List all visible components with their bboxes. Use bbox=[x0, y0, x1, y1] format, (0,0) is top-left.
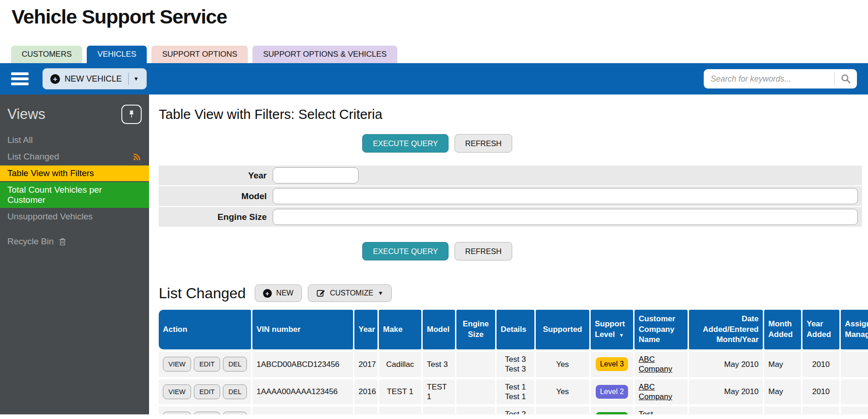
tab-vehicles[interactable]: VEHICLES bbox=[87, 46, 147, 63]
vin-cell: 1ABCD00ABCD123456 bbox=[252, 352, 353, 377]
new-vehicle-button[interactable]: + NEW VEHICLE ▼ bbox=[42, 68, 147, 89]
edit-button[interactable]: EDIT bbox=[194, 412, 220, 414]
table-header-row: Action VIN number Year Make Model Engine… bbox=[159, 310, 868, 349]
tab-customers[interactable]: CUSTOMERS bbox=[11, 46, 82, 63]
column-header-engine-size[interactable]: Engine Size bbox=[456, 310, 495, 349]
edit-button[interactable]: EDIT bbox=[194, 384, 220, 399]
execute-query-button-top[interactable]: EXECUTE QUERY bbox=[362, 134, 449, 153]
column-header-year[interactable]: Year bbox=[354, 310, 377, 349]
model-field[interactable] bbox=[273, 188, 858, 204]
sidebar-item-label: Total Count Vehicles per Customer bbox=[7, 185, 142, 205]
delete-button[interactable]: DEL bbox=[223, 384, 247, 399]
year-field-label: Year bbox=[159, 171, 273, 181]
make-cell: Toyota bbox=[379, 407, 421, 414]
month-added-cell: May bbox=[764, 352, 801, 377]
sort-descending-icon: ▼ bbox=[619, 332, 624, 338]
sidebar-item-label: Unsupported Vehicles bbox=[7, 212, 93, 222]
engine-size-cell bbox=[456, 379, 495, 405]
date-added-cell: May 2010 bbox=[689, 407, 763, 414]
model-cell: TEST 1 bbox=[423, 379, 455, 405]
support-level-cell: Level 3 bbox=[591, 352, 633, 377]
year-field[interactable] bbox=[273, 167, 359, 183]
customer-company-link[interactable]: ABC Company bbox=[639, 383, 672, 401]
column-header-make[interactable]: Make bbox=[379, 310, 421, 349]
sidebar-item-recycle-bin[interactable]: Recycle Bin bbox=[0, 234, 149, 249]
sidebar-item-label: List Changed bbox=[7, 152, 59, 162]
customer-company-link[interactable]: ABC Company bbox=[639, 355, 672, 373]
supported-cell: Yes bbox=[536, 407, 589, 414]
year-added-cell: 2010 bbox=[802, 352, 839, 377]
model-cell: Test 3 bbox=[423, 352, 455, 377]
view-button[interactable]: VIEW bbox=[163, 357, 191, 372]
vin-cell: 1WXYZ00WXYZ123456 bbox=[252, 407, 353, 414]
pin-sidebar-button[interactable] bbox=[121, 105, 142, 124]
assigned-manager-cell bbox=[841, 352, 868, 377]
column-header-action[interactable]: Action bbox=[159, 310, 251, 349]
column-header-assigned-manager[interactable]: Assigned Manager bbox=[841, 310, 868, 349]
edit-button[interactable]: EDIT bbox=[194, 357, 220, 372]
year-cell: 2017 bbox=[354, 352, 377, 377]
new-vehicle-label: NEW VEHICLE bbox=[65, 74, 122, 84]
column-header-month-added[interactable]: Month Added bbox=[764, 310, 801, 349]
button-divider bbox=[128, 73, 129, 85]
details-cell: Test 1 Test 1 bbox=[497, 379, 534, 405]
column-header-supported[interactable]: Supported bbox=[536, 310, 589, 349]
sidebar-title: Views bbox=[7, 106, 45, 123]
make-cell: TEST 1 bbox=[379, 379, 421, 405]
refresh-button-bottom[interactable]: REFRESH bbox=[455, 242, 512, 260]
sidebar-item-total-count-vehicles-per-customer[interactable]: Total Count Vehicles per Customer bbox=[0, 182, 149, 208]
sidebar-item-label: List All bbox=[7, 135, 33, 145]
delete-button[interactable]: DEL bbox=[223, 412, 247, 414]
search-input[interactable] bbox=[704, 74, 834, 84]
column-header-details[interactable]: Details bbox=[497, 310, 534, 349]
vehicles-table: Action VIN number Year Make Model Engine… bbox=[157, 307, 868, 414]
hamburger-menu-icon[interactable] bbox=[11, 72, 29, 85]
vin-cell: 1AAAA00AAAA123456 bbox=[252, 379, 353, 405]
customer-company-link[interactable]: Test Company bbox=[639, 410, 672, 414]
edit-pencil-icon bbox=[316, 289, 325, 298]
column-header-customer-company-name[interactable]: Customer Company Name bbox=[635, 310, 688, 349]
column-header-year-added[interactable]: Year Added bbox=[802, 310, 839, 349]
tab-support-options[interactable]: SUPPORT OPTIONS bbox=[151, 46, 248, 63]
table-row: VIEW EDIT DEL 1WXYZ00WXYZ123456 2015 Toy… bbox=[159, 407, 868, 414]
trash-icon bbox=[58, 237, 67, 246]
column-header-vin[interactable]: VIN number bbox=[252, 310, 353, 349]
sidebar-item-list-all[interactable]: List All bbox=[0, 132, 149, 148]
delete-button[interactable]: DEL bbox=[223, 357, 247, 372]
view-button[interactable]: VIEW bbox=[163, 412, 191, 414]
rss-feed-icon bbox=[132, 152, 142, 161]
model-field-label: Model bbox=[159, 191, 273, 201]
date-added-cell: May 2010 bbox=[689, 379, 763, 405]
sidebar-item-table-view-with-filters[interactable]: Table View with Filters bbox=[0, 165, 149, 181]
pushpin-icon bbox=[126, 109, 137, 119]
sidebar-item-label: Recycle Bin bbox=[7, 236, 54, 247]
support-level-badge: Level 2 bbox=[596, 385, 628, 399]
table-row: VIEW EDIT DEL 1ABCD00ABCD123456 2017 Cad… bbox=[159, 352, 868, 377]
year-added-cell: 2010 bbox=[802, 407, 839, 414]
customize-button[interactable]: CUSTOMIZE ▼ bbox=[308, 284, 392, 302]
execute-query-button-bottom[interactable]: EXECUTE QUERY bbox=[362, 242, 449, 260]
column-header-support-level[interactable]: Support Level ▼ bbox=[591, 310, 633, 349]
new-record-button[interactable]: + NEW bbox=[255, 284, 302, 302]
chevron-down-icon[interactable]: ▼ bbox=[133, 76, 139, 82]
assigned-manager-cell bbox=[841, 379, 868, 405]
column-header-model[interactable]: Model bbox=[423, 310, 455, 349]
plus-icon: + bbox=[263, 289, 272, 298]
sidebar-item-list-changed[interactable]: List Changed bbox=[0, 149, 149, 165]
engine-size-field-label: Engine Size bbox=[159, 212, 273, 222]
table-row: VIEW EDIT DEL 1AAAA00AAAA123456 2016 TES… bbox=[159, 379, 868, 405]
engine-size-cell bbox=[456, 352, 495, 377]
tab-support-options-and-vehicles[interactable]: SUPPORT OPTIONS & VEHICLES bbox=[252, 46, 397, 63]
sidebar-item-label: Table View with Filters bbox=[7, 168, 94, 178]
refresh-button-top[interactable]: REFRESH bbox=[455, 134, 512, 153]
column-header-date-added[interactable]: Date Added/Entered Month/Year bbox=[689, 310, 763, 349]
main-content: Table View with Filters: Select Criteria… bbox=[149, 94, 868, 414]
engine-size-field[interactable] bbox=[273, 209, 858, 225]
month-added-cell: May bbox=[764, 379, 801, 405]
search-button[interactable] bbox=[835, 69, 857, 89]
tab-bar: CUSTOMERS VEHICLES SUPPORT OPTIONS SUPPO… bbox=[11, 46, 868, 63]
view-button[interactable]: VIEW bbox=[163, 384, 191, 399]
month-added-cell: May bbox=[764, 407, 801, 414]
sidebar-item-unsupported-vehicles[interactable]: Unsupported Vehicles bbox=[0, 209, 149, 224]
details-cell: Test 2 Test 2 bbox=[497, 407, 534, 414]
